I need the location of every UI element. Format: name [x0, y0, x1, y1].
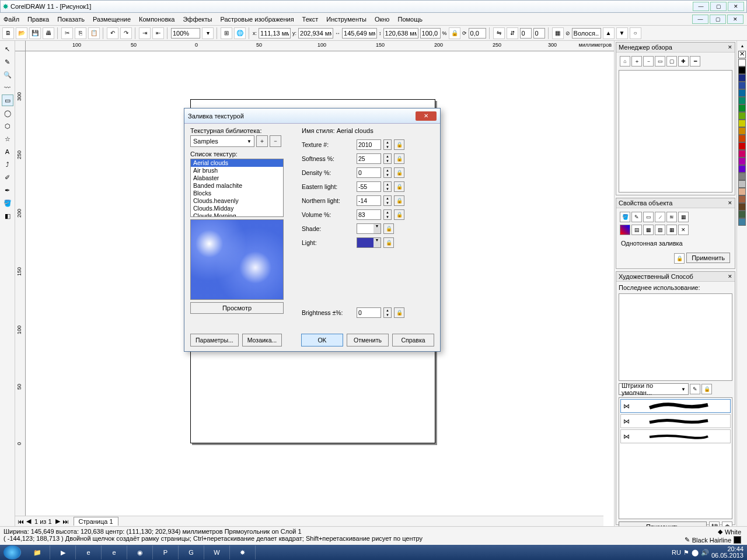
fill-none-button[interactable]: ✕ — [678, 225, 689, 235]
fill-fountain-button[interactable]: ▤ — [631, 225, 642, 235]
zoom-combo[interactable] — [171, 28, 200, 38]
softness-lock[interactable]: 🔒 — [394, 153, 404, 164]
texture-number-spin[interactable]: ▲▼ — [383, 139, 392, 150]
color-swatch[interactable] — [738, 112, 746, 120]
color-swatch[interactable] — [738, 173, 746, 180]
color-swatch[interactable] — [738, 218, 746, 226]
width-field[interactable] — [342, 28, 377, 38]
task-ie2[interactable]: e — [102, 545, 127, 559]
nav-plus-button[interactable]: ✚ — [678, 56, 689, 66]
print-button[interactable]: 🖶 — [43, 27, 54, 39]
undo-button[interactable]: ↶ — [107, 27, 118, 39]
mirror-v-button[interactable]: ⇵ — [507, 27, 518, 39]
help-button[interactable]: Справка — [392, 334, 434, 346]
menu-text[interactable]: Текст — [302, 16, 319, 23]
lock-ratio-button[interactable]: 🔒 — [449, 27, 460, 39]
color-swatch[interactable] — [738, 74, 746, 82]
color-swatch[interactable] — [738, 120, 746, 127]
freehand-tool[interactable]: 〰 — [2, 82, 13, 93]
export-button[interactable]: ⇤ — [152, 27, 164, 39]
density-spin[interactable]: ▲▼ — [383, 167, 392, 178]
nav-page-button[interactable]: ▢ — [666, 56, 677, 66]
scale-x-field[interactable] — [420, 28, 441, 38]
eastern-field[interactable] — [357, 181, 381, 192]
tab-outline[interactable]: ✎ — [631, 212, 642, 222]
texture-item[interactable]: Clouds.Morning — [191, 212, 283, 217]
texture-number-lock[interactable]: 🔒 — [394, 139, 404, 150]
close-button[interactable]: ✕ — [728, 2, 744, 11]
menu-edit[interactable]: Правка — [27, 16, 49, 23]
page-next-button[interactable]: ▶ — [55, 517, 60, 525]
text-tool[interactable]: A — [2, 146, 13, 158]
texture-item[interactable]: Clouds.heavenly — [191, 197, 283, 205]
nav-home-button[interactable]: ⌂ — [620, 56, 630, 66]
tray-lang[interactable]: RU — [672, 549, 681, 556]
color-swatch[interactable] — [738, 127, 746, 135]
fill-tool[interactable]: 🪣 — [2, 197, 13, 209]
artistic-close-icon[interactable]: ✕ — [728, 274, 732, 279]
volume-lock[interactable]: 🔒 — [394, 209, 404, 220]
texture-item[interactable]: Blocks — [191, 190, 283, 197]
page-first-button[interactable]: ⏮ — [15, 518, 26, 525]
tab-curve[interactable]: ⟋ — [655, 212, 665, 222]
menu-arrange[interactable]: Размещение — [93, 16, 131, 23]
start-button[interactable] — [4, 545, 21, 559]
menu-tools[interactable]: Инструменты — [326, 16, 366, 23]
light-lock[interactable]: 🔒 — [383, 237, 394, 248]
tray-icon-3[interactable]: 🔊 — [701, 549, 709, 556]
maximize-button[interactable]: ▢ — [710, 2, 727, 11]
doc-minimize-button[interactable]: — — [692, 15, 708, 24]
fill-postscript-button[interactable]: ▦ — [666, 225, 677, 235]
texture-item[interactable]: Alabaster — [191, 174, 283, 182]
density-field[interactable] — [357, 167, 381, 178]
cut-button[interactable]: ✂ — [61, 27, 73, 39]
color-swatch[interactable] — [738, 150, 746, 158]
corner-y-field[interactable] — [533, 28, 545, 38]
color-swatch[interactable] — [738, 82, 746, 89]
tab-web[interactable]: ≋ — [666, 212, 677, 222]
texture-number-field[interactable] — [357, 139, 381, 150]
minimize-button[interactable]: — — [693, 2, 709, 11]
fill-pattern-button[interactable]: ▩ — [643, 225, 654, 235]
color-swatch[interactable] — [738, 203, 746, 211]
library-combo[interactable]: Samples▼ — [190, 135, 254, 147]
eastern-spin[interactable]: ▲▼ — [383, 181, 392, 192]
menu-bitmaps[interactable]: Растровые изображения — [220, 16, 294, 23]
redo-button[interactable]: ↷ — [120, 27, 132, 39]
page-last-button[interactable]: ⏭ — [60, 518, 71, 525]
tab-general[interactable]: ▦ — [678, 212, 689, 222]
stroke-edit-button[interactable]: ✎ — [690, 384, 700, 394]
zoom-dropdown-icon[interactable]: ▾ — [202, 27, 214, 39]
props-close-icon[interactable]: ✕ — [728, 200, 732, 206]
overview-close-icon[interactable]: ✕ — [728, 44, 732, 50]
color-swatch[interactable] — [738, 59, 746, 66]
eastern-lock[interactable]: 🔒 — [394, 181, 404, 192]
texture-item[interactable]: Clouds.Midday — [191, 205, 283, 212]
color-swatch[interactable] — [738, 195, 746, 203]
tray-icon-1[interactable]: ⚑ — [683, 549, 689, 556]
mirror-h-button[interactable]: ⇋ — [493, 27, 505, 39]
stroke-list[interactable]: ⋈ ⋈ ⋈ — [619, 397, 732, 519]
northern-field[interactable] — [357, 195, 381, 206]
pos-x-field[interactable] — [259, 28, 291, 38]
color-swatch[interactable] — [738, 165, 746, 173]
softness-field[interactable] — [357, 153, 381, 164]
interactive-fill-tool[interactable]: ◧ — [2, 210, 13, 222]
fill-texture-button[interactable]: ▨ — [655, 225, 665, 235]
task-app2[interactable]: P — [153, 545, 179, 559]
tray-icon-2[interactable]: ⬤ — [692, 549, 699, 556]
task-app1[interactable]: ◉ — [127, 545, 153, 559]
palette-up-icon[interactable]: ▴ — [741, 43, 743, 50]
to-front-button[interactable]: ▲ — [603, 27, 615, 39]
wrap-button[interactable]: ▦ — [552, 27, 564, 39]
fill-uniform-button[interactable] — [620, 225, 630, 235]
shade-color-picker[interactable]: ▼ — [357, 223, 381, 234]
color-swatch[interactable] — [738, 97, 746, 104]
doc-restore-button[interactable]: ▢ — [710, 15, 726, 24]
outline-width-combo[interactable] — [572, 28, 601, 38]
stroke-lock-button[interactable]: 🔒 — [701, 384, 712, 394]
eyedropper-tool[interactable]: ✐ — [2, 172, 13, 183]
basic-shapes-tool[interactable]: ☆ — [2, 133, 13, 145]
color-swatch[interactable] — [738, 89, 746, 97]
polygon-tool[interactable]: ⬡ — [2, 120, 13, 132]
